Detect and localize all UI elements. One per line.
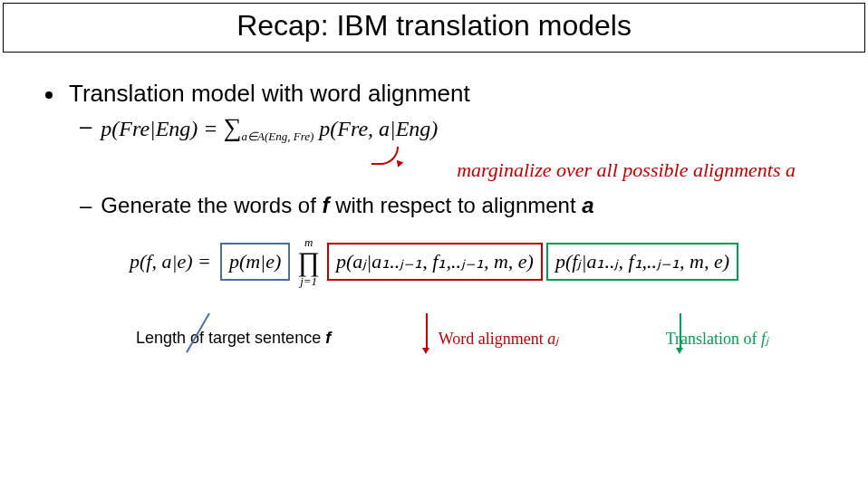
eq1-rhs: p(Fre, a|Eng)	[313, 117, 438, 140]
slide-content: Translation model with word alignment – …	[0, 53, 868, 349]
generate-f: f	[323, 193, 330, 217]
slide-title: Recap: IBM translation models	[4, 9, 864, 43]
arrowhead-icon	[422, 348, 429, 354]
annotation-row: Length of target sentence f Word alignme…	[45, 329, 823, 349]
annotation-length: Length of target sentence f	[136, 329, 331, 348]
slide-title-bar: Recap: IBM translation models	[3, 3, 865, 53]
dash-icon: –	[80, 193, 92, 218]
prod-icon: ∏	[297, 248, 320, 275]
generate-pre: Generate the words of	[101, 193, 322, 217]
eq2-green-term: p(fⱼ|a₁..ⱼ, f₁,..ⱼ₋₁, m, e)	[546, 243, 738, 281]
prod-lower: j=1	[300, 275, 317, 287]
equation-1: – p(Fre|Eng) = ∑a∈A(Eng, Fre) p(Fre, a|E…	[80, 113, 823, 142]
anno-mid-var: aⱼ	[547, 330, 558, 348]
arrow-green-icon	[680, 313, 681, 350]
eq1-sum-sub: a∈A(Eng, Fre)	[242, 129, 314, 143]
anno-left-pre: Length of target sentence	[136, 329, 325, 347]
eq2-lhs: p(f, a|e) =	[130, 250, 211, 273]
generate-text: Generate the words of f with respect to …	[101, 193, 593, 218]
anno-left-f: f	[325, 329, 331, 347]
eq2-green-text: p(fⱼ|a₁..ⱼ, f₁,..ⱼ₋₁, m, e)	[555, 250, 729, 273]
equation-2: p(f, a|e) = p(m|e) m ∏ j=1 p(aⱼ|a₁..ⱼ₋₁,…	[45, 236, 823, 287]
product-symbol: m ∏ j=1	[297, 236, 320, 287]
arrowhead-icon	[676, 348, 683, 354]
sigma-icon: ∑	[224, 113, 242, 141]
anno-right-var: fⱼ	[761, 330, 768, 348]
arrow-red-icon	[426, 313, 428, 350]
equation-1-formula: p(Fre|Eng) = ∑a∈A(Eng, Fre) p(Fre, a|Eng…	[101, 113, 438, 142]
dash-icon: –	[80, 113, 92, 139]
eq1-lhs: p(Fre|Eng) =	[101, 117, 223, 140]
eq2-red-text: p(aⱼ|a₁..ⱼ₋₁, f₁,..ⱼ₋₁, m, e)	[336, 250, 534, 273]
generate-a: a	[582, 193, 593, 217]
eq2-blue-term: p(m|e)	[220, 243, 290, 281]
eq2-blue-text: p(m|e)	[229, 250, 281, 273]
bullet-1-text: Translation model with word alignment	[69, 80, 470, 108]
bullet-1: Translation model with word alignment	[45, 80, 823, 108]
eq2-red-term: p(aⱼ|a₁..ⱼ₋₁, f₁,..ⱼ₋₁, m, e)	[327, 243, 543, 281]
bullet-icon	[45, 91, 53, 99]
annotation-alignment: Word alignment aⱼ	[439, 329, 559, 349]
anno-mid-pre: Word alignment	[439, 330, 548, 348]
marginal-note: marginalize over all possible alignments…	[45, 158, 796, 182]
generate-line: – Generate the words of f with respect t…	[80, 193, 823, 218]
generate-mid: with respect to alignment	[330, 193, 583, 217]
